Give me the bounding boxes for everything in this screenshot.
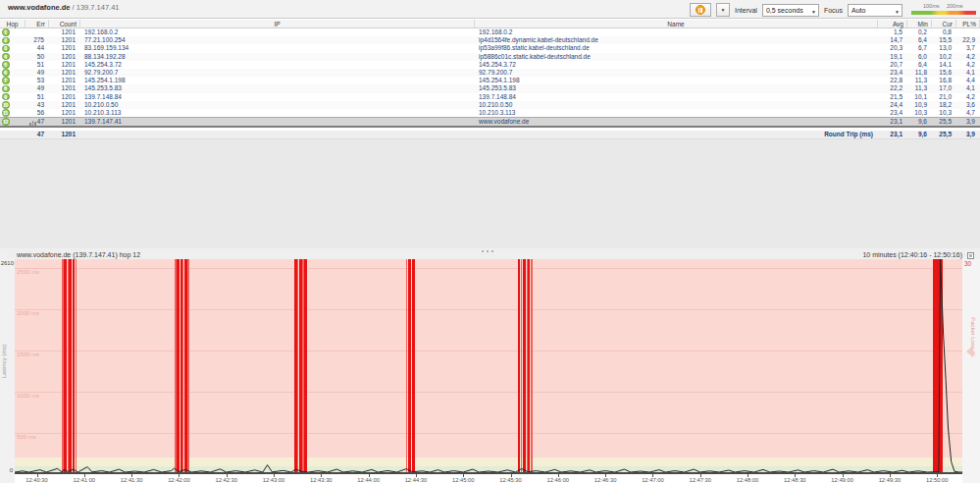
hop-cur: 17,0 <box>932 84 956 92</box>
title-bar: www.vodafone.de / 139.7.147.41 ▼ Interva… <box>0 0 980 19</box>
hop-min: 6,4 <box>907 61 932 69</box>
time-tick-label: 12:49:00 <box>826 477 859 483</box>
header-avg[interactable]: Avg <box>878 20 907 28</box>
hop-count: 1201 <box>49 53 80 61</box>
hop-number-badge: 10 <box>2 101 10 109</box>
hop-err: 43 <box>26 101 49 109</box>
hop-row-6[interactable]: 649120192.79.200.792.79.200.723,411,815,… <box>0 69 980 77</box>
hop-table-body: 11201192.168.0.2192.168.0.21,50,20,82275… <box>0 28 980 128</box>
hop-number-badge: 12 <box>2 118 10 126</box>
latency-color-legend: 100ms 200ms <box>911 3 976 17</box>
hop-row-5[interactable]: 5511201145.254.3.72145.254.3.7220,76,414… <box>0 61 980 69</box>
hop-row-7[interactable]: 7531201145.254.1.198145.254.1.19822,811,… <box>0 77 980 84</box>
hop-cur: 21,0 <box>932 93 956 101</box>
chevron-down-icon: ▼ <box>895 9 900 15</box>
hop-count: 1201 <box>49 118 80 126</box>
pingplotter-window: www.vodafone.de / 139.7.147.41 ▼ Interva… <box>0 0 980 483</box>
hop-number-badge: 11 <box>2 109 10 117</box>
hop-ip: 139.7.147.41 <box>80 118 475 126</box>
header-pl[interactable]: PL% <box>956 20 980 28</box>
time-tick-label: 12:45:30 <box>494 477 528 483</box>
hop-err: 51 <box>26 93 49 101</box>
target-title: www.vodafone.de / 139.7.147.41 <box>8 3 120 12</box>
hop-err: 50 <box>26 53 49 61</box>
hop-row-1[interactable]: 11201192.168.0.2192.168.0.21,50,20,8 <box>0 28 980 36</box>
hop-row-11[interactable]: 1156120110.210.3.11310.210.3.11323,410,3… <box>0 109 980 117</box>
hop-cur: 15,6 <box>932 69 956 77</box>
hop-err: 44 <box>26 44 49 52</box>
hop-row-3[interactable]: 344120183.169.159.134ip53a99f86.static.k… <box>0 44 980 52</box>
header-hop[interactable]: Hop <box>0 20 26 28</box>
graph-title: www.vodafone.de (139.7.147.41) hop 12 <box>17 251 140 258</box>
time-tick-label: 12:47:00 <box>636 477 669 483</box>
hop-avg: 21,5 <box>878 93 907 101</box>
hop-min: 10,3 <box>907 109 932 117</box>
hop-ip: 192.168.0.2 <box>80 28 475 36</box>
hop-pl: 22,9 <box>956 36 980 44</box>
hop-min: 6,0 <box>907 53 932 61</box>
header-cur[interactable]: Cur <box>932 20 956 28</box>
target-ip: 139.7.147.41 <box>77 3 120 12</box>
hop-name: ip53a99f86.static.kabel-deutschland.de <box>475 44 878 52</box>
trace-toolbar: ▼ Interval 0,5 seconds ▼ Focus Auto ▼ 10… <box>690 2 976 18</box>
latency-timeline-plot[interactable]: 2500 ms2000 ms1500 ms1000 ms500 ms <box>15 259 962 474</box>
hop-ip: 77.21.100.254 <box>80 36 475 44</box>
interval-select[interactable]: 0,5 seconds ▼ <box>762 4 819 17</box>
hop-number-badge: 7 <box>2 77 10 84</box>
latency-trace-line <box>15 259 962 474</box>
hop-ip: 139.7.148.84 <box>80 93 475 101</box>
hop-min: 10,1 <box>907 93 932 101</box>
hop-name: 145.253.5.83 <box>475 84 878 92</box>
hop-row-2[interactable]: 2275120177.21.100.254ip4d1564fe.dynamic.… <box>0 36 980 44</box>
header-name[interactable]: Name <box>475 20 878 28</box>
hop-row-12[interactable]: 12471201139.7.147.41www.vodafone.de23,19… <box>0 117 980 128</box>
time-tick-label: 12:50:00 <box>920 477 954 483</box>
hop-pl: 3,9 <box>956 118 980 126</box>
header-count[interactable]: Count <box>49 20 80 28</box>
collapse-panel-icon[interactable] <box>966 346 973 357</box>
target-host: www.vodafone.de <box>8 3 70 12</box>
time-tick-label: 12:43:00 <box>257 477 290 483</box>
pause-dropdown-button[interactable]: ▼ <box>716 3 730 17</box>
hop-cur: 13,0 <box>932 44 956 52</box>
hop-name: 10.210.0.50 <box>475 101 878 109</box>
hop-ip: 88.134.192.28 <box>80 53 475 61</box>
round-trip-summary-row: 47 1201 Round Trip (ms) 23,1 9,6 25,5 3,… <box>0 131 980 139</box>
hop-number-badge: 4 <box>2 53 10 61</box>
time-tick-label: 12:42:00 <box>162 477 195 483</box>
header-min[interactable]: Min <box>907 20 932 28</box>
time-tick-label: 12:44:30 <box>399 477 433 483</box>
hop-name: 92.79.200.7 <box>475 69 878 77</box>
time-tick-label: 12:41:30 <box>115 477 148 483</box>
hop-name: 145.254.1.198 <box>475 77 878 84</box>
hop-number-badge: 1 <box>2 28 10 36</box>
hop-number-badge: 3 <box>2 45 10 53</box>
focus-select[interactable]: Auto ▼ <box>848 4 903 17</box>
hop-pl: 4,4 <box>956 77 980 84</box>
hop-number-badge: 6 <box>2 69 10 77</box>
hop-row-9[interactable]: 9511201139.7.148.84139.7.148.8421,510,12… <box>0 93 980 101</box>
pause-icon <box>696 5 705 15</box>
hop-count: 1201 <box>49 93 80 101</box>
hop-err: 53 <box>26 77 49 84</box>
hop-ip: 10.210.3.113 <box>80 109 475 117</box>
time-tick-label: 12:44:00 <box>352 477 386 483</box>
hop-row-8[interactable]: 8491201145.253.5.83145.253.5.8322,211,31… <box>0 84 980 92</box>
summary-min: 9,6 <box>907 131 932 138</box>
graph-time-range: 10 minutes (12:40:16 - 12:50:16) <box>862 251 962 258</box>
legend-100ms-label: 100ms <box>923 3 940 9</box>
hop-count: 1201 <box>49 61 80 69</box>
hop-count: 1201 <box>49 28 80 36</box>
hop-cur: 10,2 <box>932 53 956 61</box>
hop-min: 6,4 <box>907 36 932 44</box>
hop-row-4[interactable]: 450120188.134.192.28ip5886c01c.static.ka… <box>0 53 980 61</box>
pause-button[interactable] <box>690 3 711 17</box>
hop-name: 10.210.3.113 <box>475 109 878 117</box>
hop-name: ip5886c01c.static.kabel-deutschland.de <box>475 53 878 61</box>
header-err[interactable]: Err <box>26 20 49 28</box>
splitter-handle-icon[interactable] <box>482 250 493 252</box>
hop-row-10[interactable]: 1043120110.210.0.5010.210.0.5024,410,918… <box>0 101 980 109</box>
time-range-icon[interactable] <box>967 252 974 259</box>
header-ip[interactable]: IP <box>80 20 475 28</box>
summary-err: 47 <box>26 131 49 138</box>
